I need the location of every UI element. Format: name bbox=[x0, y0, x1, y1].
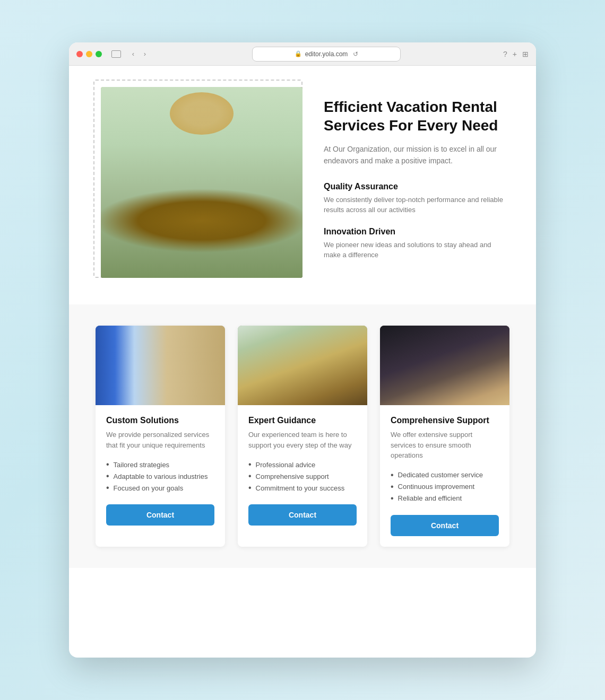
feature-innovation-title: Innovation Driven bbox=[324, 227, 504, 237]
hero-image-wrapper bbox=[101, 87, 302, 278]
list-item: Comprehensive support bbox=[248, 470, 357, 482]
card-1-desc: We provide personalized services that fi… bbox=[106, 430, 214, 450]
url-bar[interactable]: 🔒 editor.yola.com ↺ bbox=[252, 47, 401, 62]
extensions-icon[interactable]: ⊞ bbox=[522, 50, 529, 58]
bottom-spacer bbox=[69, 568, 536, 594]
card-2-contact-button[interactable]: Contact bbox=[248, 504, 357, 526]
hero-title: Efficient Vacation Rental Services For E… bbox=[324, 98, 504, 135]
browser-chrome: ‹ › 🔒 editor.yola.com ↺ ? + ⊞ bbox=[69, 42, 536, 66]
url-text: editor.yola.com bbox=[305, 50, 348, 58]
card-custom-solutions: Custom Solutions We provide personalized… bbox=[96, 326, 225, 547]
card-3-image bbox=[380, 326, 509, 405]
card-3-title: Comprehensive Support bbox=[391, 416, 499, 425]
feature-innovation: Innovation Driven We pioneer new ideas a… bbox=[324, 227, 504, 260]
card-2-desc: Our experienced team is here to support … bbox=[248, 430, 357, 450]
hero-subtitle: At Our Organization, our mission is to e… bbox=[324, 143, 504, 167]
lock-icon: 🔒 bbox=[295, 50, 302, 57]
browser-window: ‹ › 🔒 editor.yola.com ↺ ? + ⊞ Efficient … bbox=[69, 42, 536, 658]
tab-icon bbox=[111, 50, 121, 58]
minimize-dot[interactable] bbox=[86, 51, 92, 57]
card-3-desc: We offer extensive support services to e… bbox=[391, 430, 499, 461]
feature-quality-desc: We consistently deliver top-notch perfor… bbox=[324, 195, 504, 215]
card-3-contact-button[interactable]: Contact bbox=[391, 515, 499, 536]
add-tab-icon[interactable]: + bbox=[513, 50, 517, 58]
feature-quality: Quality Assurance We consistently delive… bbox=[324, 182, 504, 215]
reload-icon: ↺ bbox=[353, 50, 358, 58]
nav-arrows: ‹ › bbox=[128, 49, 150, 59]
card-1-body: Custom Solutions We provide personalized… bbox=[96, 405, 225, 536]
back-button[interactable]: ‹ bbox=[128, 49, 138, 59]
list-item: Professional advice bbox=[248, 459, 357, 470]
feature-innovation-desc: We pioneer new ideas and solutions to st… bbox=[324, 240, 504, 260]
card-expert-guidance: Expert Guidance Our experienced team is … bbox=[238, 326, 367, 547]
help-icon[interactable]: ? bbox=[503, 50, 507, 58]
card-1-title: Custom Solutions bbox=[106, 416, 214, 425]
list-item: Commitment to your success bbox=[248, 482, 357, 494]
feature-quality-title: Quality Assurance bbox=[324, 182, 504, 191]
url-bar-container: 🔒 editor.yola.com ↺ bbox=[155, 47, 498, 62]
traffic-lights bbox=[76, 51, 102, 57]
card-1-contact-button[interactable]: Contact bbox=[106, 504, 214, 526]
list-item: Continuous improvement bbox=[391, 481, 499, 493]
card-2-body: Expert Guidance Our experienced team is … bbox=[238, 405, 367, 536]
card-comprehensive-support: Comprehensive Support We offer extensive… bbox=[380, 326, 509, 547]
maximize-dot[interactable] bbox=[96, 51, 102, 57]
cards-section: Custom Solutions We provide personalized… bbox=[69, 304, 536, 568]
list-item: Reliable and efficient bbox=[391, 493, 499, 504]
card-3-list: Dedicated customer service Continuous im… bbox=[391, 469, 499, 504]
card-2-image bbox=[238, 326, 367, 405]
forward-button[interactable]: › bbox=[140, 49, 150, 59]
hero-image bbox=[101, 87, 302, 278]
card-1-image bbox=[96, 326, 225, 405]
list-item: Dedicated customer service bbox=[391, 469, 499, 481]
card-3-body: Comprehensive Support We offer extensive… bbox=[380, 405, 509, 547]
browser-actions: ? + ⊞ bbox=[503, 50, 529, 58]
hero-section: Efficient Vacation Rental Services For E… bbox=[69, 66, 536, 304]
page-content: Efficient Vacation Rental Services For E… bbox=[69, 66, 536, 594]
card-2-list: Professional advice Comprehensive suppor… bbox=[248, 459, 357, 494]
list-item: Focused on your goals bbox=[106, 482, 214, 494]
list-item: Adaptable to various industries bbox=[106, 470, 214, 482]
cards-grid: Custom Solutions We provide personalized… bbox=[96, 326, 509, 547]
card-1-list: Tailored strategies Adaptable to various… bbox=[106, 459, 214, 494]
list-item: Tailored strategies bbox=[106, 459, 214, 470]
card-2-title: Expert Guidance bbox=[248, 416, 357, 425]
hero-text: Efficient Vacation Rental Services For E… bbox=[324, 87, 504, 272]
close-dot[interactable] bbox=[76, 51, 83, 57]
